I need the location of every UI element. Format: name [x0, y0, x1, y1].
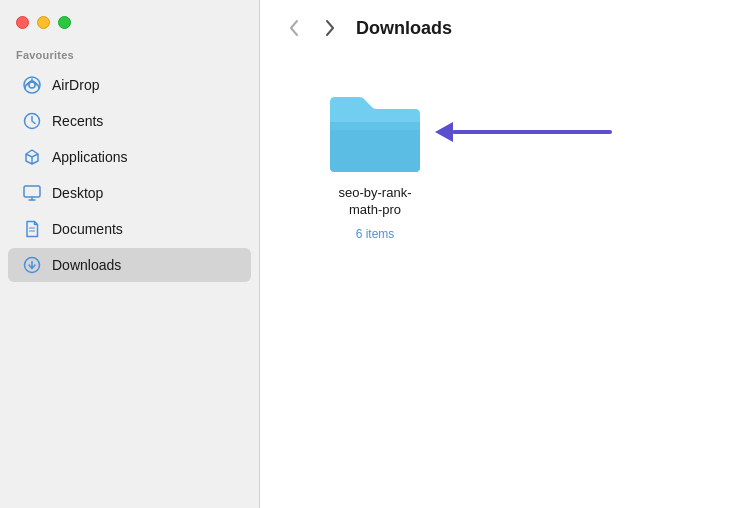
content-area: seo-by-rank- math-pro 6 items	[260, 52, 754, 508]
documents-icon	[22, 219, 42, 239]
airdrop-icon	[22, 75, 42, 95]
page-title: Downloads	[356, 18, 452, 39]
maximize-button[interactable]	[58, 16, 71, 29]
downloads-icon	[22, 255, 42, 275]
sidebar-item-desktop[interactable]: Desktop	[8, 176, 251, 210]
sidebar: Favourites AirDrop Recents	[0, 0, 260, 508]
svg-rect-3	[24, 186, 40, 197]
minimize-button[interactable]	[37, 16, 50, 29]
sidebar-item-documents[interactable]: Documents	[8, 212, 251, 246]
main-content: Downloads seo-by-rank- math-pro	[260, 0, 754, 508]
toolbar: Downloads	[260, 0, 754, 52]
close-button[interactable]	[16, 16, 29, 29]
sidebar-item-applications[interactable]: Applications	[8, 140, 251, 174]
favourites-label: Favourites	[0, 41, 259, 67]
sidebar-item-label: AirDrop	[52, 77, 99, 93]
folder-item[interactable]: seo-by-rank- math-pro 6 items	[320, 92, 430, 241]
applications-icon	[22, 147, 42, 167]
folder-icon	[325, 92, 425, 177]
arrow-line	[452, 130, 612, 134]
arrow-annotation	[435, 122, 612, 142]
desktop-icon	[22, 183, 42, 203]
forward-button[interactable]	[316, 14, 344, 42]
sidebar-item-downloads[interactable]: Downloads	[8, 248, 251, 282]
folder-count: 6 items	[356, 227, 395, 241]
sidebar-item-recents[interactable]: Recents	[8, 104, 251, 138]
sidebar-item-label: Desktop	[52, 185, 103, 201]
sidebar-item-label: Recents	[52, 113, 103, 129]
folder-name: seo-by-rank- math-pro	[339, 185, 412, 219]
arrow-head	[435, 122, 453, 142]
sidebar-item-label: Documents	[52, 221, 123, 237]
sidebar-item-airdrop[interactable]: AirDrop	[8, 68, 251, 102]
recents-icon	[22, 111, 42, 131]
back-button[interactable]	[280, 14, 308, 42]
traffic-lights	[0, 0, 259, 41]
sidebar-item-label: Applications	[52, 149, 128, 165]
sidebar-item-label: Downloads	[52, 257, 121, 273]
